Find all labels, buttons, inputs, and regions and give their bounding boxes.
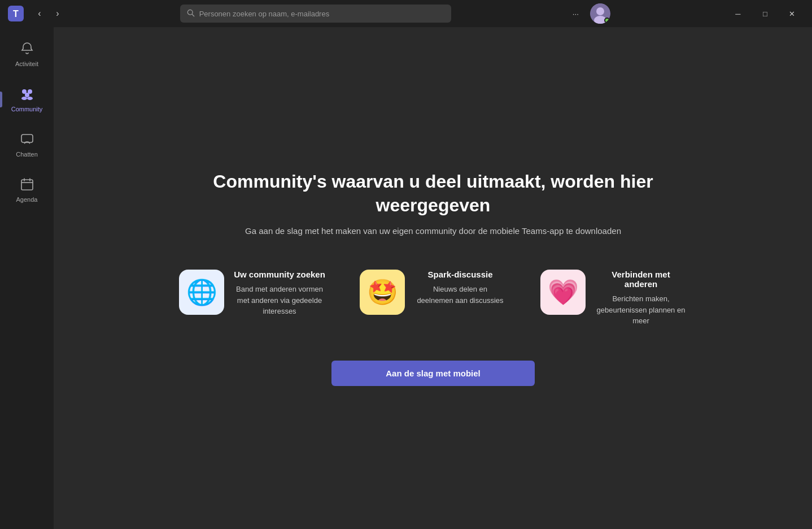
more-options-button[interactable]: ···	[565, 5, 586, 23]
feature-zoeken-title: Uw community zoeken	[233, 270, 326, 279]
maximize-button[interactable]: □	[752, 5, 778, 23]
feature-verbinden-title: Verbinden met anderen	[595, 270, 687, 289]
bell-icon	[20, 42, 34, 58]
hero-section: Community's waarvan u deel uitmaakt, wor…	[179, 170, 687, 386]
online-indicator	[604, 18, 610, 23]
hero-subtitle: Ga aan de slag met het maken van uw eige…	[179, 226, 687, 236]
sidebar-item-agenda[interactable]: Agenda	[5, 167, 50, 213]
hero-title: Community's waarvan u deel uitmaakt, wor…	[179, 170, 687, 217]
title-bar: T ‹ › Personen zoeken op naam, e-mailadr…	[0, 0, 812, 27]
minimize-button[interactable]: ─	[725, 5, 751, 23]
feature-verbinden-desc: Berichten maken, gebeurtenissen plannen …	[595, 293, 687, 327]
community-icon	[20, 87, 34, 103]
svg-rect-13	[21, 180, 33, 190]
smiley-icon: 🤩	[367, 277, 398, 307]
svg-point-5	[596, 7, 604, 15]
feature-zoeken-desc: Band met anderen vormen met anderen via …	[233, 284, 326, 317]
app-body: Activiteit Community	[0, 27, 812, 529]
svg-rect-12	[21, 135, 33, 142]
svg-line-3	[192, 14, 194, 16]
close-button[interactable]: ✕	[779, 5, 805, 23]
svg-point-11	[27, 97, 33, 100]
sidebar-item-chatten[interactable]: Chatten	[5, 122, 50, 167]
forward-button[interactable]: ›	[50, 6, 66, 21]
feature-verbinden-text: Verbinden met anderen Berichten maken, g…	[595, 270, 687, 327]
sidebar-item-activiteit-label: Activiteit	[15, 60, 38, 67]
calendar-icon	[20, 177, 34, 193]
search-bar[interactable]: Personen zoeken op naam, e-mailadres	[180, 5, 451, 23]
sidebar-item-activiteit[interactable]: Activiteit	[5, 32, 50, 77]
feature-spark-title: Spark-discussie	[414, 270, 507, 279]
smiley-icon-container: 🤩	[360, 270, 405, 315]
back-button[interactable]: ‹	[32, 6, 47, 21]
main-content: Community's waarvan u deel uitmaakt, wor…	[54, 27, 812, 529]
chat-icon	[20, 132, 34, 148]
cta-button[interactable]: Aan de slag met mobiel	[331, 361, 535, 386]
active-indicator	[0, 92, 2, 107]
feature-zoeken: 🌐 Uw community zoeken Band met anderen v…	[179, 270, 326, 327]
search-placeholder: Personen zoeken op naam, e-mailadres	[199, 10, 330, 18]
nav-buttons: ‹ ›	[32, 6, 66, 21]
heart-icon-container: 💗	[540, 270, 586, 315]
sidebar-item-chatten-label: Chatten	[16, 151, 38, 158]
globe-icon-container: 🌐	[179, 270, 224, 315]
feature-spark-text: Spark-discussie Nieuws delen en deelneme…	[414, 270, 507, 306]
globe-icon: 🌐	[186, 277, 217, 307]
feature-spark: 🤩 Spark-discussie Nieuws delen en deelne…	[360, 270, 507, 327]
feature-verbinden: 💗 Verbinden met anderen Berichten maken,…	[540, 270, 687, 327]
feature-zoeken-text: Uw community zoeken Band met anderen vor…	[233, 270, 326, 317]
heart-icon: 💗	[548, 277, 579, 307]
sidebar-item-community-label: Community	[11, 106, 43, 112]
window-controls: ─ □ ✕	[725, 5, 805, 23]
avatar[interactable]	[590, 3, 610, 24]
feature-spark-desc: Nieuws delen en deelnemen aan discussies	[414, 284, 507, 306]
sidebar-item-community[interactable]: Community	[5, 77, 50, 122]
svg-point-9	[25, 93, 29, 97]
svg-text:T: T	[13, 9, 19, 19]
teams-logo: T	[7, 5, 25, 23]
features-row: 🌐 Uw community zoeken Band met anderen v…	[179, 270, 687, 327]
search-icon	[187, 9, 195, 19]
sidebar-item-agenda-label: Agenda	[16, 196, 38, 203]
svg-point-10	[21, 97, 27, 100]
sidebar: Activiteit Community	[0, 27, 54, 529]
